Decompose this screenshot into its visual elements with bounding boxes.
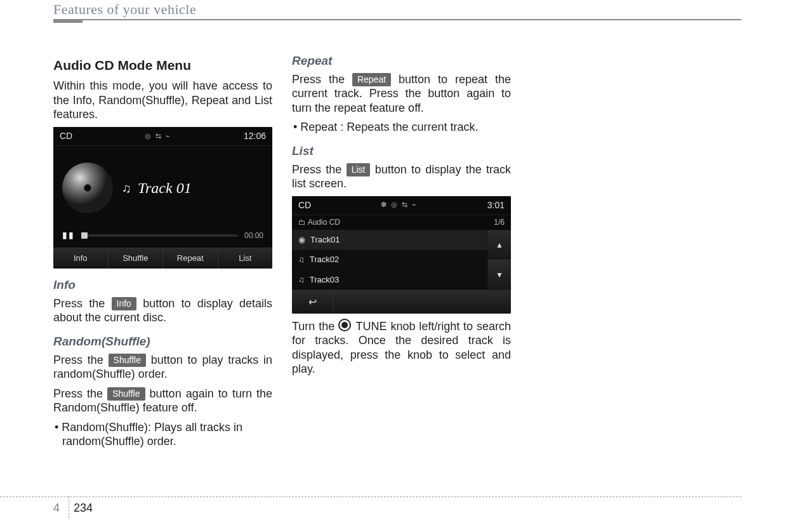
music-note-icon: ♫ bbox=[298, 275, 305, 285]
list-row-2[interactable]: ♫ Track02 bbox=[292, 250, 487, 270]
tune-before: Turn the bbox=[292, 320, 338, 333]
page-header-title: Features of your vehicle bbox=[53, 1, 196, 18]
list-paragraph: Press the List button to display the tra… bbox=[292, 163, 511, 191]
list-clock: 3:01 bbox=[487, 200, 505, 211]
page-number: 234 bbox=[74, 502, 93, 515]
list-bottom-bar: ↩ bbox=[292, 290, 511, 314]
info-heading: Info bbox=[53, 277, 272, 293]
repeat-heading: Repeat bbox=[292, 53, 511, 69]
list-row-3[interactable]: ♫ Track03 bbox=[292, 270, 487, 290]
folder-icon: 🗀 bbox=[298, 218, 306, 227]
shuffle-p1-before: Press the bbox=[53, 354, 109, 366]
repeat-bullet: • Repeat : Repeats the current track. bbox=[292, 120, 511, 135]
tune-knob-icon bbox=[338, 319, 351, 331]
disc-icon bbox=[62, 163, 113, 213]
player-body: ♫ Track 01 bbox=[53, 146, 272, 230]
scroll-up-button[interactable]: ▲ bbox=[488, 230, 511, 260]
list-counter: 1/6 bbox=[494, 218, 505, 227]
shuffle-pill-1: Shuffle bbox=[109, 354, 146, 367]
list-heading: List bbox=[292, 143, 511, 159]
player-track-title: ♫ Track 01 bbox=[122, 178, 263, 197]
player-mode: CD bbox=[60, 131, 72, 142]
column-middle: Repeat Press the Repeat button to repeat… bbox=[292, 53, 511, 382]
player-status-icons: ◎ ⇆ ⌁ bbox=[145, 132, 171, 141]
shuffle-bullet: • Random(Shuffle): Plays all tracks in r… bbox=[53, 420, 272, 449]
music-note-icon: ♫ bbox=[122, 180, 131, 196]
list-mode: CD bbox=[298, 200, 311, 211]
player-btn-list[interactable]: List bbox=[218, 248, 273, 269]
chapter-number: 4 bbox=[53, 502, 60, 515]
player-topbar: CD ◎ ⇆ ⌁ 12:06 bbox=[53, 127, 272, 147]
tune-label: TUNE bbox=[356, 320, 387, 333]
list-row-1[interactable]: ◉ Track01 bbox=[292, 230, 487, 250]
list-before: Press the bbox=[292, 163, 347, 176]
scroll-down-button[interactable]: ▼ bbox=[488, 260, 511, 289]
player-progress-bar bbox=[81, 234, 238, 237]
list-status-icons: ✽ ◎ ⇆ ⌁ bbox=[381, 201, 418, 209]
player-btn-repeat[interactable]: Repeat bbox=[163, 248, 218, 269]
repeat-paragraph: Press the Repeat button to repeat the cu… bbox=[292, 72, 511, 116]
shuffle-pill-2: Shuffle bbox=[107, 387, 145, 401]
player-btn-shuffle[interactable]: Shuffle bbox=[109, 248, 164, 269]
cd-player-screenshot: CD ◎ ⇆ ⌁ 12:06 ♫ Track 01 ▮▮ 00:00 bbox=[53, 127, 272, 269]
repeat-pill: Repeat bbox=[352, 73, 391, 86]
music-note-icon: ♫ bbox=[298, 255, 305, 265]
pause-icon: ▮▮ bbox=[62, 230, 75, 241]
player-bottom-bar: Info Shuffle Repeat List bbox=[53, 248, 272, 269]
list-subheader: 🗀 Audio CD 1/6 bbox=[292, 215, 511, 230]
list-subtitle: 🗀 Audio CD bbox=[298, 218, 340, 227]
page-header: Features of your vehicle bbox=[53, 0, 741, 18]
tune-paragraph: Turn the TUNE knob left/right to search … bbox=[292, 319, 511, 376]
shuffle-para-2: Press the Shuffle button again to turn t… bbox=[53, 387, 272, 415]
info-text-before: Press the bbox=[53, 297, 112, 310]
list-row-1-label: Track01 bbox=[310, 235, 340, 245]
list-body: ◉ Track01 ♫ Track02 ♫ Track03 ▲ ▼ bbox=[292, 230, 511, 290]
player-track-label: Track 01 bbox=[138, 178, 192, 197]
repeat-before: Press the bbox=[292, 73, 352, 86]
list-pill: List bbox=[347, 163, 371, 176]
info-pill: Info bbox=[112, 297, 136, 310]
player-progress-row: ▮▮ 00:00 bbox=[53, 230, 272, 248]
player-time: 00:00 bbox=[244, 231, 263, 241]
list-scroll-column: ▲ ▼ bbox=[487, 230, 511, 290]
shuffle-p2-before: Press the bbox=[53, 387, 107, 400]
page-footer: 4 234 bbox=[0, 500, 787, 518]
player-btn-info[interactable]: Info bbox=[53, 248, 109, 269]
list-row-2-label: Track02 bbox=[310, 255, 339, 265]
shuffle-heading: Random(Shuffle) bbox=[53, 334, 272, 349]
info-paragraph: Press the Info button to display details… bbox=[53, 296, 272, 325]
list-topbar: CD ✽ ◎ ⇆ ⌁ 3:01 bbox=[292, 196, 511, 216]
footer-vertical-rule bbox=[69, 496, 69, 518]
shuffle-para-1: Press the Shuffle button to play tracks … bbox=[53, 353, 272, 382]
cd-list-screenshot: CD ✽ ◎ ⇆ ⌁ 3:01 🗀 Audio CD 1/6 ◉ Track01 bbox=[292, 196, 511, 314]
list-subtitle-text: Audio CD bbox=[308, 218, 340, 227]
list-row-3-label: Track03 bbox=[310, 275, 339, 285]
section-intro: Within this mode, you will have access t… bbox=[53, 79, 272, 122]
list-track-column: ◉ Track01 ♫ Track02 ♫ Track03 bbox=[292, 230, 487, 290]
header-rule bbox=[53, 19, 741, 20]
player-clock: 12:06 bbox=[244, 131, 266, 142]
back-button[interactable]: ↩ bbox=[292, 291, 333, 314]
footer-dashed-rule bbox=[0, 496, 741, 497]
column-left: Audio CD Mode Menu Within this mode, you… bbox=[53, 53, 272, 454]
now-playing-icon: ◉ bbox=[298, 235, 305, 245]
header-tab bbox=[53, 19, 83, 23]
section-title: Audio CD Mode Menu bbox=[53, 57, 272, 74]
